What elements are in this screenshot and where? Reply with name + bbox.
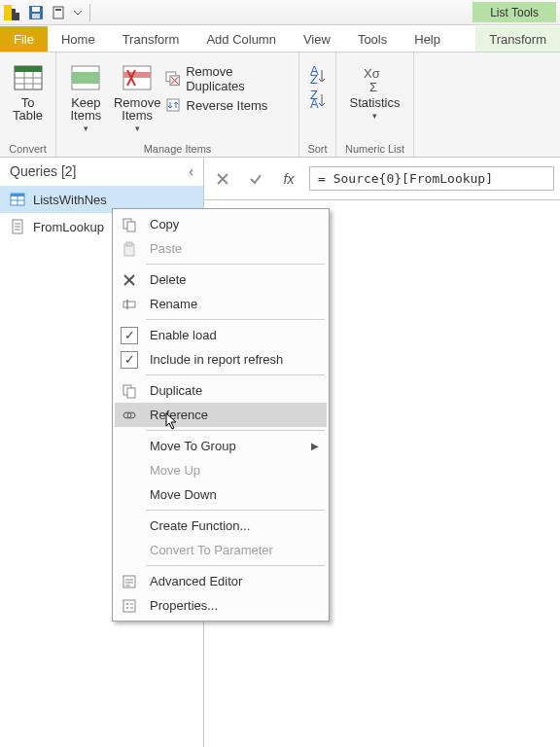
sort-desc-button[interactable]: ZA <box>308 90 328 113</box>
remove-items-button[interactable]: Remove Items ▾ <box>114 62 161 133</box>
svg-rect-5 <box>32 14 40 18</box>
ctx-move-down[interactable]: Move Down <box>115 482 327 507</box>
qat-dropdown-icon[interactable] <box>72 2 84 23</box>
svg-point-61 <box>126 607 128 609</box>
separator <box>146 565 325 566</box>
reverse-items-label: Reverse Items <box>187 98 268 113</box>
list-icon <box>10 219 25 234</box>
checkbox-checked-icon: ✓ <box>121 351 138 369</box>
svg-rect-7 <box>55 9 61 11</box>
tab-help[interactable]: Help <box>401 26 454 52</box>
svg-rect-43 <box>127 222 135 231</box>
ctx-convert-parameter: Convert To Parameter <box>115 538 327 562</box>
commit-formula-button[interactable] <box>243 166 268 192</box>
svg-text:Xσ: Xσ <box>364 66 380 81</box>
keep-items-button[interactable]: Keep Items ▾ <box>62 62 110 133</box>
app-icon <box>4 5 19 20</box>
query-name: ListsWithNes <box>33 193 107 207</box>
group-convert-label: Convert <box>9 140 47 157</box>
svg-rect-33 <box>11 194 24 196</box>
tab-add-column[interactable]: Add Column <box>192 26 290 52</box>
remove-items-label: Remove Items <box>114 96 160 122</box>
ctx-enable-load[interactable]: ✓ Enable load <box>115 323 327 347</box>
statistics-button[interactable]: XσΣ Statistics ▾ <box>344 62 406 121</box>
ribbon: To Table Convert Keep Items ▾ Remove Ite… <box>0 53 560 158</box>
tab-transform[interactable]: Transform <box>109 26 193 52</box>
ctx-label: Enable load <box>150 328 217 342</box>
save-icon[interactable] <box>25 2 47 23</box>
table-icon <box>13 62 44 93</box>
separator <box>146 374 325 375</box>
ctx-label: Include in report refresh <box>150 352 283 367</box>
formula-input[interactable] <box>309 166 554 191</box>
remove-duplicates-label: Remove Duplicates <box>186 64 293 93</box>
ctx-create-function[interactable]: Create Function... <box>115 514 327 538</box>
keep-items-label: Keep Items <box>70 96 101 122</box>
options-icon[interactable] <box>49 2 70 23</box>
ctx-include-refresh[interactable]: ✓ Include in report refresh <box>115 347 327 372</box>
separator <box>146 430 325 431</box>
tab-tools[interactable]: Tools <box>344 26 401 52</box>
ctx-advanced-editor[interactable]: Advanced Editor <box>115 569 327 593</box>
ctx-label: Copy <box>150 217 179 231</box>
ctx-label: Duplicate <box>150 383 202 398</box>
submenu-arrow-icon: ▶ <box>311 441 319 451</box>
cancel-formula-button[interactable] <box>210 166 235 192</box>
duplicate-icon <box>119 380 140 402</box>
ctx-delete[interactable]: Delete <box>115 267 327 292</box>
fx-icon[interactable]: fx <box>276 166 301 192</box>
to-table-button[interactable]: To Table <box>4 62 52 122</box>
collapse-chevron-icon[interactable]: ‹ <box>189 163 193 179</box>
ctx-reference[interactable]: Reference <box>115 403 327 427</box>
query-name: FromLookup <box>33 220 104 234</box>
ctx-label: Rename <box>150 297 197 311</box>
svg-rect-16 <box>72 78 99 84</box>
ctx-properties[interactable]: Properties... <box>115 593 327 618</box>
remove-duplicates-button[interactable]: Remove Duplicates <box>165 64 293 93</box>
tab-home[interactable]: Home <box>48 26 109 52</box>
separator <box>146 264 325 265</box>
separator <box>89 4 90 21</box>
tab-list-transform[interactable]: Transform <box>475 26 560 52</box>
ctx-label: Advanced Editor <box>150 574 242 588</box>
ctx-label: Properties... <box>150 598 218 613</box>
ctx-label: Delete <box>150 272 187 287</box>
svg-rect-58 <box>123 600 135 612</box>
checkbox-checked-icon: ✓ <box>121 327 138 344</box>
svg-rect-18 <box>123 72 151 78</box>
separator <box>146 510 325 511</box>
ctx-copy[interactable]: Copy <box>115 212 327 236</box>
copy-icon <box>119 214 140 235</box>
group-sort-label: Sort <box>307 140 327 157</box>
queries-header[interactable]: Queries [2] ‹ <box>0 158 203 186</box>
quick-access-toolbar: List Tools <box>0 0 560 25</box>
svg-rect-0 <box>4 5 12 20</box>
svg-rect-1 <box>12 9 16 20</box>
editor-icon <box>119 571 140 592</box>
formula-bar: fx <box>204 158 560 200</box>
svg-text:Z: Z <box>310 72 318 86</box>
ctx-label: Move To Group <box>150 439 236 453</box>
ctx-duplicate[interactable]: Duplicate <box>115 378 327 403</box>
ctx-label: Move Up <box>150 463 200 478</box>
svg-rect-48 <box>123 302 135 307</box>
svg-rect-2 <box>16 13 19 20</box>
svg-rect-4 <box>32 7 40 12</box>
sort-asc-button[interactable]: AZ <box>308 66 328 89</box>
reference-icon <box>119 405 140 426</box>
ctx-rename[interactable]: Rename <box>115 292 327 316</box>
group-manage-label: Manage Items <box>144 140 212 157</box>
tab-view[interactable]: View <box>290 26 344 52</box>
paste-icon <box>119 238 140 260</box>
context-menu: Copy Paste Delete Rename ✓ Enable load ✓… <box>112 208 330 622</box>
ctx-move-to-group[interactable]: Move To Group ▶ <box>115 434 327 458</box>
reverse-items-button[interactable]: Reverse Items <box>165 97 293 113</box>
sigma-icon: XσΣ <box>360 62 391 93</box>
keep-rows-icon <box>70 62 101 93</box>
table-icon <box>10 192 25 207</box>
ctx-paste: Paste <box>115 236 327 261</box>
svg-rect-51 <box>127 388 135 398</box>
contextual-tab-label: List Tools <box>472 2 556 22</box>
properties-icon <box>119 595 140 617</box>
tab-file[interactable]: File <box>0 26 48 52</box>
